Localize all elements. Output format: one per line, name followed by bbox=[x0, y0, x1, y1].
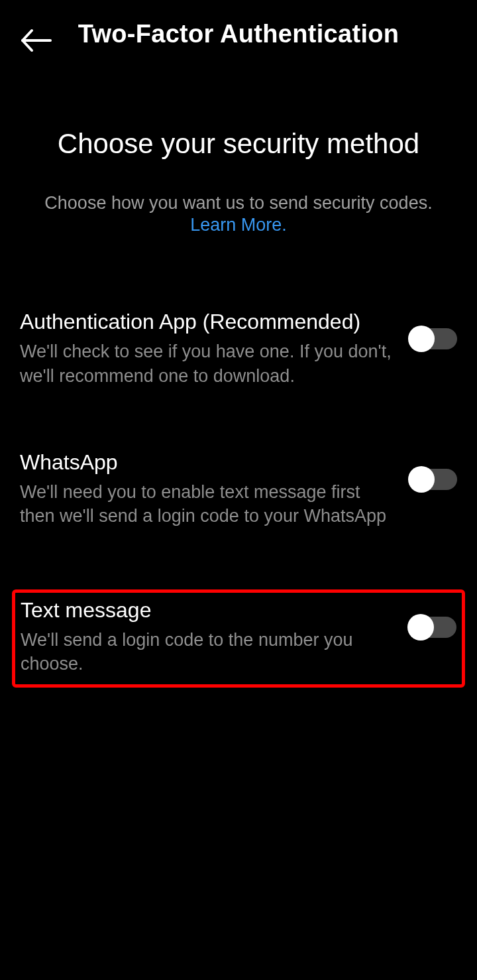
options-list: Authentication App (Recommended) We'll c… bbox=[0, 269, 477, 688]
option-description: We'll send a login code to the number yo… bbox=[21, 628, 392, 676]
page-title: Two-Factor Authentication bbox=[20, 20, 457, 48]
option-title: WhatsApp bbox=[20, 450, 393, 475]
intro-subtext-wrap: Choose how you want us to send security … bbox=[26, 192, 450, 235]
option-title: Text message bbox=[21, 598, 392, 623]
toggle-auth-app[interactable] bbox=[409, 328, 457, 349]
intro-section: Choose your security method Choose how y… bbox=[0, 62, 477, 269]
header: Two-Factor Authentication bbox=[0, 0, 477, 62]
toggle-knob bbox=[408, 326, 435, 352]
intro-subtext: Choose how you want us to send security … bbox=[44, 193, 432, 213]
option-text: WhatsApp We'll need you to enable text m… bbox=[20, 450, 409, 528]
learn-more-link[interactable]: Learn More. bbox=[190, 215, 287, 235]
option-text-message[interactable]: Text message We'll send a login code to … bbox=[12, 589, 465, 688]
option-description: We'll need you to enable text message fi… bbox=[20, 480, 393, 528]
toggle-whatsapp[interactable] bbox=[409, 469, 457, 490]
toggle-knob bbox=[407, 614, 434, 641]
option-text: Text message We'll send a login code to … bbox=[21, 598, 409, 676]
back-arrow-icon[interactable] bbox=[20, 28, 52, 56]
intro-heading: Choose your security method bbox=[26, 128, 450, 160]
option-description: We'll check to see if you have one. If y… bbox=[20, 339, 393, 388]
option-text: Authentication App (Recommended) We'll c… bbox=[20, 310, 409, 388]
toggle-knob bbox=[408, 466, 435, 493]
option-auth-app[interactable]: Authentication App (Recommended) We'll c… bbox=[20, 308, 457, 389]
toggle-text-message[interactable] bbox=[409, 617, 456, 638]
option-title: Authentication App (Recommended) bbox=[20, 310, 393, 334]
option-whatsapp[interactable]: WhatsApp We'll need you to enable text m… bbox=[20, 449, 457, 530]
